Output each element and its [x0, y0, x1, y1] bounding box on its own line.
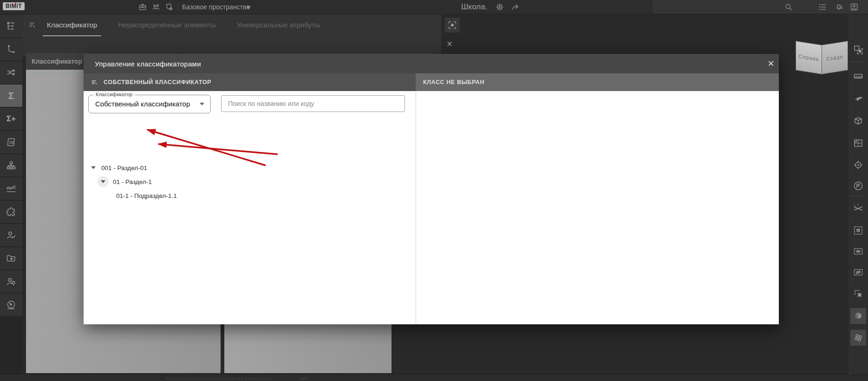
- 2d-view-icon[interactable]: 2D: [0, 131, 22, 153]
- floor-plan-icon[interactable]: [848, 133, 868, 153]
- classifier-dropdown-label: Классификатор: [32, 58, 82, 65]
- shield-icon[interactable]: [164, 2, 174, 12]
- folder-shared-icon[interactable]: [0, 247, 22, 269]
- svg-text:2D: 2D: [9, 140, 14, 145]
- dialog-title: Управление классификаторами: [95, 60, 201, 68]
- connection-nodes-icon[interactable]: [0, 38, 22, 60]
- footer-marks: [167, 378, 274, 380]
- own-classifier-header-label: СОБСТВЕННЫЙ КЛАССИФИКАТОР: [104, 79, 211, 85]
- footer-marks: [301, 378, 307, 380]
- clear-isolation-icon[interactable]: [848, 283, 868, 304]
- hide-eye-icon[interactable]: [848, 262, 868, 282]
- shuffle-icon[interactable]: [0, 61, 22, 84]
- tree-item-label[interactable]: 01-1 - Подраздел-1.1: [116, 192, 177, 199]
- view-cube-face-right[interactable]: Справа: [796, 40, 822, 74]
- orbit-icon[interactable]: [848, 328, 868, 348]
- team-icon[interactable]: [151, 2, 161, 12]
- classifier-select-value: Собственный классификатор: [95, 100, 190, 108]
- class-not-selected-header: КЛАСС НЕ ВЫБРАН: [416, 73, 779, 91]
- panel-close-icon[interactable]: ✕: [444, 38, 455, 49]
- classifier-management-dialog: Управление классификаторами ✕ СОБСТВЕННЫ…: [84, 54, 779, 324]
- tree-item-level0[interactable]: 001 - Раздел-01: [91, 162, 147, 174]
- view-cube[interactable]: Справа Сзади: [796, 40, 848, 77]
- section-flash-icon[interactable]: [848, 88, 868, 109]
- ruler-icon[interactable]: [848, 66, 868, 86]
- chevron-down-icon: [200, 103, 204, 105]
- show-eye-icon[interactable]: [848, 241, 868, 262]
- view-cube-face-back[interactable]: Сзади: [822, 40, 848, 74]
- topbar: BIMiT Базовое пространство Школа.: [0, 0, 868, 14]
- project-title: Школа.: [461, 2, 487, 12]
- share-icon[interactable]: [511, 2, 520, 12]
- toolbar-divider: [850, 62, 866, 62]
- pane-divider: [416, 91, 416, 324]
- workspace-caret-icon[interactable]: [246, 6, 251, 9]
- classifier-select-label: Классификатор: [93, 92, 135, 97]
- classifier-select[interactable]: Классификатор Собственный классификатор: [88, 95, 211, 113]
- user-location-icon[interactable]: [0, 270, 22, 293]
- svg-text:1: 1: [854, 204, 855, 207]
- dialog-title-bar: Управление классификаторами: [84, 54, 779, 73]
- tab-universal-attributes[interactable]: Универсальные атрибуты: [237, 14, 320, 36]
- user-check-icon[interactable]: [0, 224, 22, 246]
- tree-item-label[interactable]: 01 - Раздел-1: [113, 178, 152, 185]
- box-3d-icon[interactable]: [848, 111, 868, 131]
- collapse-caret-icon[interactable]: [91, 166, 96, 169]
- right-toolbar: 12: [848, 14, 868, 374]
- trends-icon[interactable]: [0, 177, 22, 200]
- sort-list-icon[interactable]: [29, 21, 37, 29]
- bottom-bar: [0, 374, 868, 381]
- toolbar-divider: [850, 196, 866, 197]
- org-chart-icon[interactable]: [0, 154, 22, 177]
- orbit-button[interactable]: [850, 330, 866, 346]
- tree-item-level2[interactable]: 01-1 - Подраздел-1.1: [116, 190, 177, 202]
- sort-list-icon[interactable]: [91, 79, 99, 86]
- sum-add-icon[interactable]: Σ+: [0, 108, 22, 130]
- classifier-panel: Классификатор Нераспределённые элементы …: [22, 14, 441, 56]
- logo-accent-dot: [15, 3, 16, 4]
- sum-add-label: Σ+: [7, 114, 16, 124]
- dialog-content: Классификатор Собственный классификатор …: [84, 91, 779, 324]
- app-logo: BIMiT: [3, 2, 25, 10]
- search-icon[interactable]: [784, 2, 793, 12]
- list-menu-icon[interactable]: [818, 2, 827, 12]
- isolate-cube-icon[interactable]: [848, 220, 868, 241]
- tab-classifier[interactable]: Классификатор: [47, 14, 97, 36]
- collapse-caret-icon: [101, 180, 105, 183]
- sum-label: Σ: [8, 91, 14, 101]
- sum-icon[interactable]: Σ: [0, 85, 22, 107]
- own-classifier-header: СОБСТВЕННЫЙ КЛАССИФИКАТОР: [84, 73, 416, 91]
- class-not-selected-label: КЛАСС НЕ ВЫБРАН: [423, 79, 484, 85]
- svg-text:2: 2: [857, 203, 859, 206]
- axis-lines-icon[interactable]: 12: [848, 198, 868, 218]
- panel-tabs-row: Классификатор Нераспределённые элементы …: [22, 14, 441, 36]
- structure-tree-icon[interactable]: [0, 15, 22, 37]
- gauge-icon[interactable]: [0, 294, 22, 316]
- tab-unassigned-elements[interactable]: Нераспределённые элементы: [118, 14, 215, 36]
- puzzle-icon[interactable]: [0, 201, 22, 223]
- dialog-close-icon[interactable]: ✕: [765, 58, 777, 69]
- topbar-divider: [178, 3, 178, 11]
- shaded-cube-icon[interactable]: [848, 306, 868, 326]
- search-field-wrap: [221, 95, 405, 112]
- account-icon[interactable]: [849, 2, 859, 12]
- shaded-cube-button[interactable]: [850, 308, 866, 324]
- notifications-icon[interactable]: [834, 2, 843, 12]
- isolate-selection-icon[interactable]: [848, 39, 868, 60]
- settings-gear-icon[interactable]: [495, 2, 504, 12]
- workspace-selector[interactable]: Базовое пространство: [182, 3, 250, 11]
- fit-view-button[interactable]: [445, 18, 460, 33]
- briefcase-icon[interactable]: [138, 2, 147, 12]
- left-toolbar: Σ Σ+ 2D ?: [0, 14, 22, 381]
- flag-icon[interactable]: [848, 176, 868, 196]
- locate-target-icon[interactable]: [848, 155, 868, 175]
- collapse-circle[interactable]: [98, 176, 109, 187]
- search-input[interactable]: [221, 95, 405, 112]
- tree-item-label[interactable]: 001 - Раздел-01: [101, 164, 147, 171]
- tree-item-level1[interactable]: 01 - Раздел-1: [98, 176, 152, 188]
